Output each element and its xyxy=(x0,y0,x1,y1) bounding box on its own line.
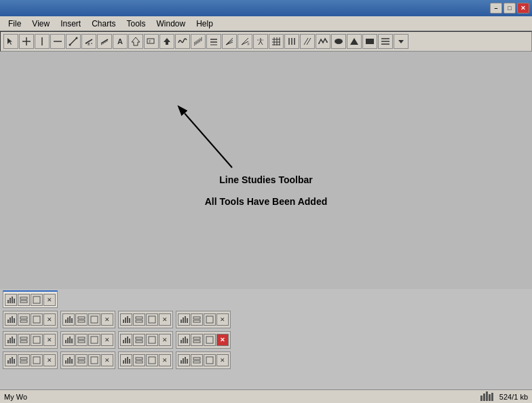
menu-window[interactable]: Window xyxy=(151,18,191,30)
tab-close-2d[interactable]: ✕ xyxy=(216,313,229,326)
tab-close-3b[interactable]: ✕ xyxy=(101,334,113,346)
tab-square-icon-2b[interactable] xyxy=(88,313,100,326)
tab-stack-icon-2a[interactable] xyxy=(18,313,30,326)
wave-tool[interactable] xyxy=(175,34,190,49)
select-tool[interactable] xyxy=(3,34,18,49)
svg-rect-107 xyxy=(129,339,130,343)
speed-lines-tool[interactable] xyxy=(222,34,237,49)
regression-tool[interactable] xyxy=(191,34,206,49)
tab-stack-icon-4a[interactable] xyxy=(18,354,30,366)
svg-point-46 xyxy=(335,39,343,44)
chart-tab-4b: ✕ xyxy=(60,351,115,369)
tab-close-4d[interactable]: ✕ xyxy=(216,354,229,366)
tab-chart-icon-2a[interactable] xyxy=(5,313,17,326)
text-tool[interactable]: A xyxy=(113,34,128,49)
trend-angle-tool[interactable]: E xyxy=(81,34,96,49)
svg-rect-127 xyxy=(69,357,71,364)
tab-stack-icon-1[interactable] xyxy=(18,294,30,306)
tab-chart-icon-4a[interactable] xyxy=(5,354,17,366)
tab-close-active-3d[interactable]: ✕ xyxy=(216,334,229,346)
tab-chart-icon-1[interactable] xyxy=(5,294,17,306)
more-tools-dropdown[interactable] xyxy=(394,34,408,49)
tab-square-icon-4a[interactable] xyxy=(31,354,43,366)
up-arrow-tool[interactable] xyxy=(159,34,174,49)
tab-chart-icon-3c[interactable] xyxy=(120,334,132,346)
price-label-tool[interactable]: F xyxy=(144,34,159,49)
fork-tool[interactable] xyxy=(253,34,268,49)
svg-rect-55 xyxy=(7,300,9,303)
tab-chart-icon-2d[interactable] xyxy=(178,313,190,326)
close-button[interactable]: ✕ xyxy=(517,3,529,14)
horizontal-line-tool[interactable] xyxy=(50,34,65,49)
maximize-button[interactable]: □ xyxy=(504,3,516,14)
tab-stack-icon-2c[interactable] xyxy=(133,313,145,326)
tab-close-3a[interactable]: ✕ xyxy=(43,334,56,346)
tab-square-icon-3b[interactable] xyxy=(88,334,100,346)
menu-insert[interactable]: Insert xyxy=(55,18,86,30)
channel-tool[interactable] xyxy=(97,34,112,49)
hatching-tool[interactable] xyxy=(378,34,393,49)
tab-square-icon-2a[interactable] xyxy=(31,313,43,326)
crosshair-tool[interactable] xyxy=(19,34,34,49)
tab-square-icon-2c[interactable] xyxy=(146,313,158,326)
tab-stack-icon-3a[interactable] xyxy=(18,334,30,346)
chart-row-4: ✕ ✕ ✕ ✕ xyxy=(3,351,529,370)
minimize-button[interactable]: – xyxy=(490,3,502,14)
tab-close-3c[interactable]: ✕ xyxy=(159,334,171,346)
tab-chart-icon-2b[interactable] xyxy=(62,313,75,326)
tab-square-icon-4d[interactable] xyxy=(204,354,216,366)
tab-stack-icon-4b[interactable] xyxy=(75,354,88,366)
tab-square-icon-3c[interactable] xyxy=(146,334,158,346)
vertical-bars-tool[interactable] xyxy=(284,34,299,49)
tab-square-icon-2d[interactable] xyxy=(204,313,216,326)
tab-close-2c[interactable]: ✕ xyxy=(159,313,171,326)
tab-chart-icon-3d[interactable] xyxy=(178,334,190,346)
tab-close-4a[interactable]: ✕ xyxy=(43,354,56,366)
parallel-lines-tool[interactable] xyxy=(206,34,221,49)
tab-chart-icon-4d[interactable] xyxy=(178,354,190,366)
tab-stack-icon-4d[interactable] xyxy=(191,354,203,366)
menu-tools[interactable]: Tools xyxy=(121,18,151,30)
tab-square-icon-3a[interactable] xyxy=(31,334,43,346)
tab-close-4b[interactable]: ✕ xyxy=(101,354,113,366)
tab-chart-icon-4c[interactable] xyxy=(120,354,132,366)
tab-stack-icon-4c[interactable] xyxy=(133,354,145,366)
svg-rect-79 xyxy=(129,318,130,323)
tab-stack-icon-3d[interactable] xyxy=(191,334,203,346)
arrow-tool[interactable] xyxy=(128,34,143,49)
menu-charts[interactable]: Charts xyxy=(86,18,121,30)
zigzag-tool[interactable] xyxy=(316,34,330,49)
tab-stack-icon-2b[interactable] xyxy=(75,313,88,326)
tab-stack-icon-2d[interactable] xyxy=(191,313,203,326)
tab-chart-icon-3a[interactable] xyxy=(5,334,17,346)
tab-close-4c[interactable]: ✕ xyxy=(159,354,171,366)
svg-text:E: E xyxy=(88,42,90,46)
triangle-tool[interactable] xyxy=(347,34,362,49)
tab-chart-icon-3b[interactable] xyxy=(62,334,75,346)
menu-view[interactable]: View xyxy=(26,18,55,30)
vertical-line-tool[interactable] xyxy=(35,34,50,49)
tab-chart-icon-2c[interactable] xyxy=(120,313,132,326)
trend-line-tool[interactable] xyxy=(66,34,81,49)
tab-chart-icon-4b[interactable] xyxy=(62,354,75,366)
svg-rect-111 xyxy=(180,340,182,343)
tab-square-icon-4c[interactable] xyxy=(146,354,158,366)
svg-line-30 xyxy=(261,41,263,45)
tab-stack-icon-3b[interactable] xyxy=(75,334,88,346)
tab-square-icon-4b[interactable] xyxy=(88,354,100,366)
tab-square-icon-1[interactable] xyxy=(31,294,43,306)
ellipse-tool[interactable] xyxy=(331,34,346,49)
gann-fan-tool[interactable]: F xyxy=(238,34,252,49)
tab-close-2a[interactable]: ✕ xyxy=(43,313,56,326)
tab-close-1[interactable]: ✕ xyxy=(43,294,56,306)
tab-close-2b[interactable]: ✕ xyxy=(101,313,113,326)
tab-stack-icon-3c[interactable] xyxy=(133,334,145,346)
diagonal-lines-tool[interactable] xyxy=(300,34,315,49)
grid-tool[interactable] xyxy=(269,34,284,49)
tab-square-icon-3d[interactable] xyxy=(204,334,216,346)
menu-help[interactable]: Help xyxy=(191,18,218,30)
svg-rect-87 xyxy=(193,317,200,319)
menu-file[interactable]: File xyxy=(3,18,26,30)
rectangle-tool[interactable] xyxy=(362,34,377,49)
svg-rect-78 xyxy=(127,316,128,323)
